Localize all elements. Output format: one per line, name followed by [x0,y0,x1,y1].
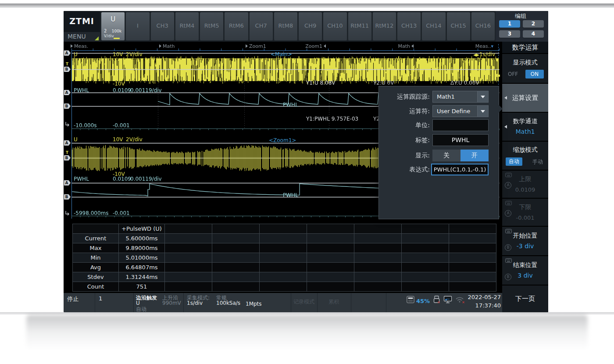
sidebar-item-op-settings[interactable]: 运算设置 [502,84,548,112]
dialog-pointer [499,105,503,113]
tab-rtm12[interactable]: RtM12 [372,12,396,41]
chevron-left-icon [324,44,326,48]
tab-rtm6[interactable]: RtM6 [224,12,248,41]
trigger-level: 990mV [162,300,181,306]
svg-text:✕: ✕ [437,300,440,304]
ruler-meas-left[interactable]: Meas. [71,43,88,49]
stat-value: 5.01000ms [119,253,165,263]
keyboard-icon [505,258,512,263]
s3-vdiv: 2V/div [126,136,143,143]
tab-i[interactable]: I [125,12,150,41]
unit-label: 单位: [381,119,430,131]
stat-value: 9.89000ms [119,243,165,253]
display-mode-off[interactable]: OFF [508,71,518,77]
menu-label: MENU [68,33,86,40]
group-button-1[interactable]: 1 [499,20,520,28]
system-time: 17:37:40 [465,302,501,309]
tab-rtm5[interactable]: RtM5 [200,12,224,41]
top-bar: ZTMI MENU U 2 V/div 100k I CH3 RtM4 RtM5… [64,11,548,42]
network-monitor-icon [443,296,453,304]
stat-label: Avg [73,263,119,272]
s4-vdiv: 0.00119/div [130,176,162,182]
stat-label: Stdev [73,272,119,282]
sidebar-item-math-channel[interactable]: 数学通道 Math1 [502,113,548,141]
zoom-mode-auto[interactable]: 自动 [506,157,522,166]
storage-usage: 45% [416,298,430,304]
channel-tabs: U 2 V/div 100k I CH3 RtM4 RtM5 RtM6 CH7 … [101,12,495,41]
tab-ch7[interactable]: CH7 [249,12,273,41]
display-mode-on[interactable]: ON [525,70,544,79]
trigger-level-icon: T [66,62,68,66]
tab-ch15[interactable]: CH15 [446,12,471,41]
keyboard-icon [505,229,512,233]
tab-rtm8[interactable]: RtM8 [274,12,298,41]
s1-cursor-dy: ΔY:U 0.00V [450,80,479,86]
sidebar-item-display-mode[interactable]: 显示模式 OFF ON [502,54,548,83]
group-button-3[interactable]: 3 [499,30,520,38]
display-on-button[interactable]: 开 [460,150,489,161]
ruler-math-right[interactable]: Math [373,43,414,49]
group-button-2[interactable]: 2 [523,20,544,28]
sidebar-menu: 数学运算 显示模式 OFF ON 运算设置 数学通道 Math1 缩放模式 自动… [502,42,548,312]
trigger-level-right-icon[interactable] [494,73,501,78]
tab-rtm4[interactable]: RtM4 [175,12,199,41]
operator-dropdown[interactable]: User Define [432,105,489,117]
menu-button[interactable]: MENU [64,32,100,42]
trigger-mode: 自动 [136,306,146,312]
usb-icon: ✕ [432,295,442,304]
storage-ssd-icon [407,296,415,303]
ruler-math-left[interactable]: Math [159,43,175,49]
stat-label: Current [73,234,119,243]
unit-input[interactable] [432,119,489,131]
keyboard-icon [505,201,512,205]
record-mode-label: 记录模式 [292,298,316,306]
s1-vdiv: 2V/div [126,51,143,57]
menu-corner-icon [95,36,99,40]
sidebar-item-zoom-mode[interactable]: 缩放模式 自动 手动 [502,142,548,170]
table-row: Avg 6.64807ms [73,263,496,272]
chevron-left-icon [504,125,507,128]
sidebar-item-start-position[interactable]: B 开始位置 -3 div [502,227,548,255]
expression-input[interactable]: PWHL(C1,0.1,-0.1) [431,164,489,175]
dropdown-arrow-icon [477,91,488,102]
group-button-4[interactable]: 4 [523,30,544,38]
source-dropdown[interactable]: Math1 [432,91,489,103]
s4-lower: -0.001 [113,210,130,216]
tab-ch10[interactable]: CH10 [323,12,347,41]
tab-ch13[interactable]: CH13 [397,12,421,41]
math-channel-value: Math1 [502,128,548,135]
trigger-source: U [136,300,140,306]
tab-ch9[interactable]: CH9 [298,12,322,41]
tab-ch14[interactable]: CH14 [421,12,446,41]
stat-value: 5.60000ms [119,234,165,243]
ruler-meas-right[interactable]: Meas..▾ [450,43,493,49]
u-scale-unit: V/div [104,34,114,38]
ruler-zoom-right[interactable]: Zoom1 [283,43,326,49]
s1-neg-range: -10V [113,81,125,87]
tab-ch3[interactable]: CH3 [150,12,175,41]
zoom-mode-manual[interactable]: 手动 [532,158,543,166]
stat-label: Max [73,243,119,253]
table-row: Max 9.89000ms [73,243,496,253]
operator-label: 运算符: [381,105,430,117]
sidebar-item-next-page[interactable]: 下一页 [502,285,548,312]
s4-channel-label: PWHL [74,176,89,182]
tab-rtm11[interactable]: RtM11 [348,12,372,41]
corner-cell [73,224,119,234]
table-row: Current 5.60000ms [73,234,496,243]
knob-a-icon: A [505,182,511,189]
display-off-button[interactable]: 关 [432,150,460,161]
sidebar-item-upper-limit[interactable]: A 上限 0.0109 [502,171,548,198]
sidebar-item-lower-limit[interactable]: A 下限 -0.001 [502,199,548,226]
s4-time-offset: -5998.000ms [74,210,109,216]
sidebar-item-end-position[interactable]: B 结束位置 3 div [502,256,548,285]
chevron-left-icon [411,44,414,48]
s4-trace-label: PWHL [283,192,298,198]
status-bar: 停止 1 边沿触发 U 自动 上升沿 990mV 采集模式: 1s/div 常规… [64,293,502,312]
tab-ch16[interactable]: CH16 [471,12,495,41]
tab-u[interactable]: U 2 V/div 100k [101,12,125,41]
trigger-channel: 1 [99,295,102,302]
s2-channel-label: PWHL [74,87,89,93]
ruler-zoom-left[interactable]: Zoom1 [246,43,266,49]
tag-input[interactable]: PWHL [432,134,489,146]
